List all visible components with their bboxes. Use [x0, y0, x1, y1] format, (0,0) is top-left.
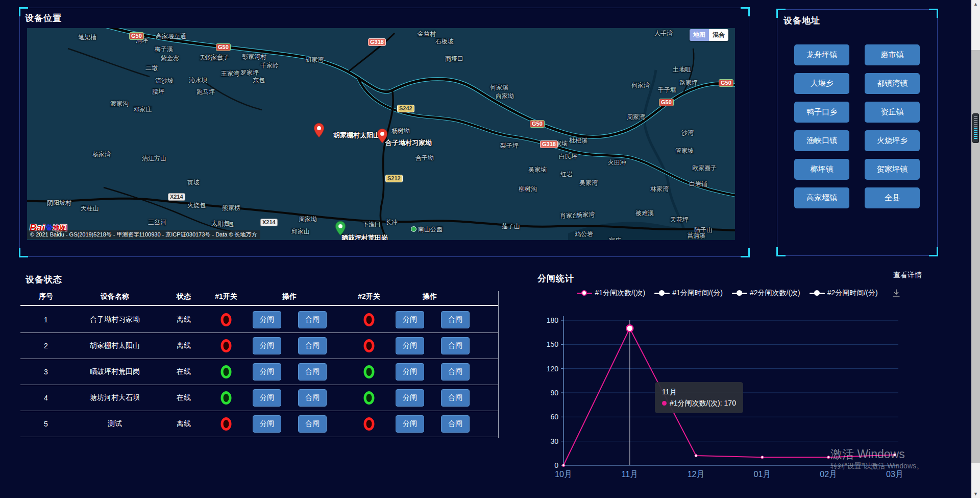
road-badge-g50: G50 [719, 79, 733, 87]
scrollbar-up-arrow[interactable]: ▲ [971, 1, 980, 8]
map-place-label: 土地咀 [673, 65, 691, 74]
map-place-label: 火田冲 [608, 158, 626, 167]
map-place-label: 火烧包 [187, 201, 206, 210]
switch2-open-button[interactable]: 分闸 [396, 337, 424, 354]
switch2-open-button[interactable]: 分闸 [396, 311, 424, 328]
switch1-open-button[interactable]: 分闸 [253, 389, 281, 407]
switch1-open-button[interactable]: 分闸 [253, 311, 281, 328]
switch2-open-button[interactable]: 分闸 [396, 415, 424, 433]
map-place-label: 邓家庄 [133, 105, 152, 114]
activate-windows-watermark: 激活 Windows [830, 446, 905, 462]
road-badge-g318: G318 [540, 140, 558, 148]
legend-marker-icon [577, 290, 592, 296]
map-place-label: 管家坡 [675, 147, 694, 155]
switch1-open-button[interactable]: 分闸 [253, 415, 281, 433]
address-button[interactable]: 鸭子口乡 [794, 102, 849, 123]
scroll-indicator-widget[interactable] [972, 113, 979, 143]
legend-label: #2分闸时间/(分) [827, 289, 878, 298]
switch1-indicator [221, 391, 232, 405]
address-button[interactable]: 都镇湾镇 [865, 73, 920, 94]
view-details-link[interactable]: 查看详情 [893, 271, 922, 280]
x-axis-tick-label: 02月 [820, 470, 837, 479]
switch2-indicator [364, 391, 375, 405]
chart-legend: #1分闸次数/(次)#1分闸时间/(分)#2分闸次数/(次)#2分闸时间/(分) [538, 289, 916, 298]
map-place-label: 胡家湾 [305, 56, 324, 64]
table-row: 5测试离线分闸合闸分闸合闸 [20, 411, 498, 437]
map-place-label: 白氏坪 [559, 152, 577, 161]
row-index: 3 [44, 368, 48, 376]
switch1-open-button[interactable]: 分闸 [253, 337, 281, 354]
map-place-label: 紫金寨 [161, 54, 179, 63]
map-place-label: 彭家河村 [242, 53, 266, 61]
status-text: 在线 [177, 367, 191, 376]
map-place-label: 熊家榜 [222, 204, 240, 212]
switch2-close-button[interactable]: 合闸 [441, 363, 470, 381]
legend-item[interactable]: #1分闸时间/(分) [654, 289, 723, 298]
legend-item[interactable]: #1分闸次数/(次) [577, 289, 645, 298]
map-place-label: 沙湾 [681, 129, 694, 137]
map-place-label: 长冲 [385, 218, 398, 227]
address-button[interactable]: 渔峡口镇 [794, 130, 849, 151]
scrollbar-down-arrow[interactable]: ▼ [971, 490, 980, 497]
switch2-indicator [364, 417, 375, 431]
map-place-label: 路家坪 [679, 79, 698, 87]
address-button[interactable]: 大堰乡 [794, 73, 849, 94]
legend-label: #1分闸时间/(分) [672, 289, 723, 298]
address-button[interactable]: 火烧坪乡 [865, 130, 920, 151]
scrollbar-thumb[interactable] [971, 50, 980, 463]
table-column-header: 状态 [177, 292, 191, 301]
switch1-indicator [221, 339, 232, 352]
switch2-close-button[interactable]: 合闸 [441, 415, 470, 433]
switch1-open-button[interactable]: 分闸 [253, 363, 281, 381]
map-place-label: 千子堰 [658, 86, 676, 94]
dashboard-root: 设备位置 笔架槽洞坪高家堰互通天鹅抱蛋胡家湾梅子溪紫金寨二墩流沙坡沁水坝腰坪跑马… [0, 0, 980, 498]
address-button[interactable]: 全县 [865, 187, 920, 208]
baidu-map[interactable]: 笔架槽洞坪高家堰互通天鹅抱蛋胡家湾梅子溪紫金寨二墩流沙坡沁水坝腰坪跑马坪渡家沟邓… [27, 28, 735, 240]
map-type-hybrid-button[interactable]: 混合 [709, 29, 728, 41]
legend-item[interactable]: #2分闸次数/(次) [732, 289, 800, 298]
y-axis-tick-label: 90 [550, 389, 558, 397]
map-place-label: 红岩 [560, 170, 573, 179]
switch1-close-button[interactable]: 合闸 [298, 415, 327, 433]
map-type-map-button[interactable]: 地图 [690, 29, 709, 41]
map-place-label: 杨树坳 [391, 127, 410, 135]
series-dot-icon [662, 401, 667, 406]
map-place-label: 肖家台 [560, 211, 578, 220]
road-badge-s212: S212 [385, 175, 403, 182]
switch2-close-button[interactable]: 合闸 [441, 389, 470, 407]
widget-cyan-stripes [974, 128, 977, 139]
device-address-panel: 设备地址 龙舟坪镇磨市镇大堰乡都镇湾镇鸭子口乡资丘镇渔峡口镇火烧坪乡榔坪镇贺家坪… [777, 9, 938, 256]
table-column-header: #2开关 [358, 292, 380, 301]
y-axis-tick-label: 30 [550, 437, 558, 445]
switch2-indicator [364, 365, 375, 378]
address-button[interactable]: 高家堰镇 [794, 187, 849, 208]
corner-decoration [929, 9, 938, 18]
switch1-close-button[interactable]: 合闸 [298, 311, 327, 328]
switch1-close-button[interactable]: 合闸 [298, 363, 327, 381]
switch2-close-button[interactable]: 合闸 [441, 337, 470, 354]
y-axis-tick-label: 150 [547, 340, 559, 348]
device-marker-pin-offline[interactable] [313, 123, 325, 138]
map-place-label: 贯坡 [187, 178, 200, 187]
switch2-open-button[interactable]: 分闸 [396, 389, 424, 407]
road-badge-g50: G50 [216, 43, 231, 51]
switch2-close-button[interactable]: 合闸 [441, 311, 470, 328]
map-place-label: 笔架槽 [78, 33, 96, 42]
legend-item[interactable]: #2分闸时间/(分) [810, 289, 878, 298]
switch1-close-button[interactable]: 合闸 [298, 337, 327, 354]
map-place-label: 林家湾 [650, 185, 669, 194]
table-column-header: 操作 [423, 292, 437, 301]
address-button[interactable]: 资丘镇 [865, 102, 920, 123]
x-axis-tick-label: 03月 [886, 470, 903, 479]
address-button[interactable]: 龙舟坪镇 [794, 44, 849, 65]
map-place-label: 王家湾 [221, 69, 239, 78]
x-axis-tick-label: 11月 [621, 470, 638, 479]
address-button[interactable]: 贺家坪镇 [865, 159, 920, 180]
address-button[interactable]: 榔坪镇 [794, 159, 849, 180]
device-name: 塘坊河村大石坝 [90, 393, 140, 402]
map-place-label: 官庄 [609, 236, 621, 240]
address-button[interactable]: 磨市镇 [865, 44, 920, 65]
map-place-label: 流沙坡 [155, 77, 174, 85]
switch1-close-button[interactable]: 合闸 [298, 389, 327, 407]
switch2-open-button[interactable]: 分闸 [396, 363, 424, 381]
